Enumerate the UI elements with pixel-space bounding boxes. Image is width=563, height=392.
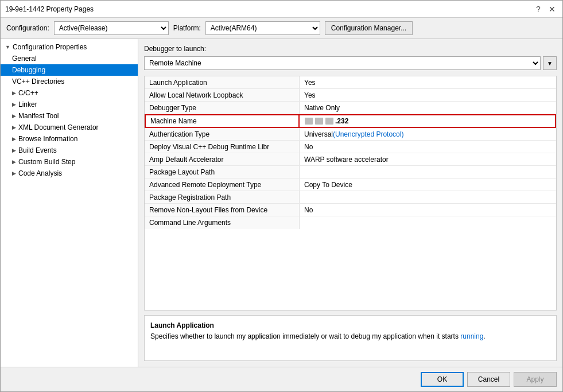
property-value bbox=[300, 166, 556, 178]
debugger-select[interactable]: Remote Machine bbox=[144, 56, 541, 70]
description-text: Specifies whether to launch my applicati… bbox=[150, 332, 550, 341]
expand-icon: ▶ bbox=[12, 125, 16, 130]
property-value: Copy To Device bbox=[300, 178, 556, 191]
description-box: Launch Application Specifies whether to … bbox=[144, 315, 557, 361]
main-content: ▼ Configuration Properties General Debug… bbox=[1, 39, 562, 367]
property-name: Authentication Type bbox=[145, 128, 300, 140]
sidebar-item-custom-build[interactable]: ▶ Custom Build Step bbox=[1, 156, 138, 168]
sidebar-item-manifest-tool[interactable]: ▶ Manifest Tool bbox=[1, 110, 138, 122]
sidebar-item-linker[interactable]: ▶ Linker bbox=[1, 99, 138, 110]
sidebar-item-vc-directories[interactable]: VC++ Directories bbox=[1, 76, 138, 87]
table-row[interactable]: Command Line Arguments bbox=[145, 216, 556, 229]
sidebar-item-label: General bbox=[12, 55, 37, 63]
sidebar-item-label: Debugging bbox=[12, 66, 45, 74]
property-name: Launch Application bbox=[145, 76, 300, 88]
configuration-select[interactable]: Active(Release) bbox=[54, 21, 169, 35]
property-name: Machine Name bbox=[145, 114, 300, 128]
sidebar-item-label: Browse Information bbox=[18, 135, 77, 143]
sidebar: ▼ Configuration Properties General Debug… bbox=[1, 39, 138, 367]
apply-button[interactable]: Apply bbox=[514, 372, 557, 387]
property-name: Package Layout Path bbox=[145, 166, 300, 178]
expand-icon: ▶ bbox=[12, 113, 16, 119]
close-button[interactable]: ✕ bbox=[546, 3, 558, 15]
table-row-machine-name[interactable]: Machine Name .232 bbox=[145, 114, 556, 128]
property-value: Universal (Unencrypted Protocol) bbox=[300, 128, 556, 140]
table-row[interactable]: Package Registration Path bbox=[145, 191, 556, 204]
config-label: Configuration: bbox=[6, 24, 49, 32]
platform-select[interactable]: Active(ARM64) bbox=[205, 21, 320, 35]
property-value: Native Only bbox=[300, 102, 556, 114]
table-row[interactable]: Package Layout Path bbox=[145, 166, 556, 178]
description-link[interactable]: running bbox=[460, 332, 483, 340]
dropdown-arrow-icon[interactable]: ▼ bbox=[543, 56, 557, 70]
property-name: Advanced Remote Deployment Type bbox=[145, 178, 300, 191]
blur-segment bbox=[315, 118, 323, 125]
sidebar-item-cpp[interactable]: ▶ C/C++ bbox=[1, 87, 138, 99]
ip-suffix: .232 bbox=[335, 117, 348, 125]
ok-button[interactable]: OK bbox=[421, 372, 464, 387]
sidebar-item-build-events[interactable]: ▶ Build Events bbox=[1, 145, 138, 156]
sidebar-item-label: Custom Build Step bbox=[18, 158, 75, 166]
right-panel: Debugger to launch: Remote Machine ▼ Lau… bbox=[138, 39, 562, 367]
property-name: Package Registration Path bbox=[145, 191, 300, 203]
property-value: Yes bbox=[300, 89, 556, 101]
blur-segment bbox=[305, 118, 313, 125]
title-bar-controls: ? ✕ bbox=[533, 3, 558, 15]
property-name: Allow Local Network Loopback bbox=[145, 89, 300, 101]
expand-icon: ▼ bbox=[5, 44, 10, 50]
footer: OK Cancel Apply bbox=[1, 367, 562, 391]
property-value: No bbox=[300, 141, 556, 153]
table-row[interactable]: Advanced Remote Deployment Type Copy To … bbox=[145, 178, 556, 191]
table-row[interactable]: Deploy Visual C++ Debug Runtime Libr No bbox=[145, 141, 556, 153]
expand-icon: ▶ bbox=[12, 148, 16, 153]
expand-icon: ▶ bbox=[12, 136, 16, 142]
title-bar: 19-9e1-1442 Property Pages ? ✕ bbox=[1, 1, 562, 18]
properties-table: Launch Application Yes Allow Local Netwo… bbox=[144, 76, 557, 311]
table-row[interactable]: Authentication Type Universal (Unencrypt… bbox=[145, 128, 556, 141]
property-value: No bbox=[300, 204, 556, 216]
expand-icon: ▶ bbox=[12, 102, 16, 107]
sidebar-item-label: Manifest Tool bbox=[18, 112, 59, 120]
property-value bbox=[300, 216, 556, 229]
debugger-select-wrap: Remote Machine ▼ bbox=[144, 56, 557, 70]
sidebar-item-label: Build Events bbox=[18, 146, 57, 154]
sidebar-item-label: Linker bbox=[18, 100, 37, 108]
help-button[interactable]: ? bbox=[533, 3, 544, 15]
sidebar-item-xml-doc[interactable]: ▶ XML Document Generator bbox=[1, 122, 138, 133]
sidebar-item-browse-info[interactable]: ▶ Browse Information bbox=[1, 133, 138, 145]
sidebar-item-label: XML Document Generator bbox=[18, 123, 99, 131]
table-row[interactable]: Allow Local Network Loopback Yes bbox=[145, 89, 556, 102]
expand-icon: ▶ bbox=[12, 159, 16, 165]
property-name: Deploy Visual C++ Debug Runtime Libr bbox=[145, 141, 300, 153]
sidebar-item-label: C/C++ bbox=[18, 89, 38, 97]
property-name: Debugger Type bbox=[145, 102, 300, 114]
expand-icon: ▶ bbox=[12, 170, 16, 176]
table-row[interactable]: Amp Default Accelerator WARP software ac… bbox=[145, 153, 556, 166]
property-value: WARP software accelerator bbox=[300, 153, 556, 165]
table-row[interactable]: Debugger Type Native Only bbox=[145, 102, 556, 114]
sidebar-item-debugging[interactable]: Debugging bbox=[1, 64, 138, 76]
property-pages-window: 19-9e1-1442 Property Pages ? ✕ Configura… bbox=[0, 0, 563, 392]
table-row[interactable]: Remove Non-Layout Files from Device No bbox=[145, 204, 556, 216]
config-manager-button[interactable]: Configuration Manager... bbox=[325, 21, 413, 35]
property-name: Remove Non-Layout Files from Device bbox=[145, 204, 300, 216]
unencrypted-link[interactable]: (Unencrypted Protocol) bbox=[333, 130, 403, 138]
expand-icon: ▶ bbox=[12, 90, 16, 96]
blur-segment bbox=[325, 118, 333, 125]
window-title: 19-9e1-1442 Property Pages bbox=[5, 5, 94, 13]
sidebar-item-label: Code Analysis bbox=[18, 169, 62, 177]
sidebar-item-config-properties[interactable]: ▼ Configuration Properties bbox=[1, 41, 138, 53]
machine-name-value: .232 bbox=[304, 117, 348, 125]
platform-label: Platform: bbox=[173, 24, 201, 32]
debugger-label: Debugger to launch: bbox=[144, 45, 557, 53]
property-value: Yes bbox=[300, 76, 556, 88]
sidebar-item-label: VC++ Directories bbox=[12, 77, 64, 86]
sidebar-item-code-analysis[interactable]: ▶ Code Analysis bbox=[1, 168, 138, 179]
sidebar-item-general[interactable]: General bbox=[1, 53, 138, 64]
property-name: Amp Default Accelerator bbox=[145, 153, 300, 165]
property-value bbox=[300, 191, 556, 203]
property-name: Command Line Arguments bbox=[145, 216, 300, 229]
cancel-button[interactable]: Cancel bbox=[467, 372, 510, 387]
toolbar: Configuration: Active(Release) Platform:… bbox=[1, 18, 562, 39]
table-row[interactable]: Launch Application Yes bbox=[145, 76, 556, 89]
